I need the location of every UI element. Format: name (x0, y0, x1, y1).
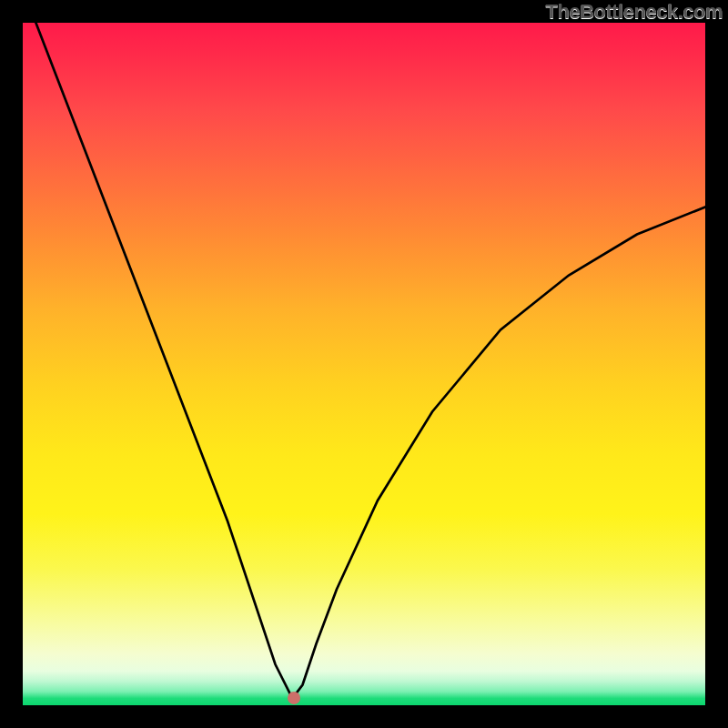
chart-stage: TheBottleneck.com (0, 0, 728, 728)
watermark-text: TheBottleneck.com (546, 0, 723, 24)
plot-area (23, 23, 705, 705)
optimal-point-marker (288, 692, 300, 704)
chart-frame: TheBottleneck.com (0, 0, 728, 728)
bottleneck-curve (23, 23, 705, 699)
curve-svg (23, 23, 705, 705)
